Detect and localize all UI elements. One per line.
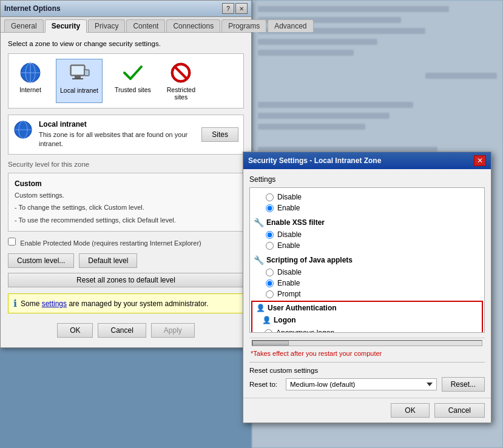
disable-label-1: Disable — [277, 193, 302, 201]
xss-filter-header: 🔧 Enable XSS filter — [254, 216, 481, 229]
security-ok-button[interactable]: OK — [391, 403, 429, 418]
java-enable-radio[interactable] — [266, 279, 274, 287]
effect-text: *Takes effect after you restart your com… — [249, 350, 485, 357]
java-scripting-label: Scripting of Java applets — [266, 256, 353, 264]
protected-mode-label: Enable Protected Mode (requires restarti… — [20, 239, 201, 247]
xss-enable-label: Enable — [277, 241, 300, 250]
close-button[interactable]: ✕ — [235, 3, 248, 14]
window-titlebar: Internet Options ? ✕ — [1, 1, 251, 17]
logon-options: Anonymous logon Automatic logon only in … — [252, 326, 482, 333]
security-settings-dialog: Security Settings - Local Intranet Zone … — [243, 152, 491, 423]
horizontal-scrollbar[interactable] — [249, 338, 485, 347]
svg-rect-6 — [75, 76, 81, 78]
security-dialog-content: Settings Disable Enable — [243, 169, 491, 398]
user-auth-label: User Authentication — [268, 304, 337, 312]
window-title: Internet Options — [4, 4, 61, 13]
globe-icon — [19, 61, 42, 84]
background: Internet Options ? ✕ General Security Pr… — [0, 0, 503, 448]
xss-icon: 🔧 — [254, 218, 264, 227]
reset-dropdown[interactable]: Medium-low (default) Low Medium-low Medi… — [286, 378, 437, 390]
tab-privacy[interactable]: Privacy — [88, 19, 125, 32]
zone-local-intranet-label: Local intranet — [60, 87, 98, 94]
enable-radio-1[interactable] — [266, 204, 274, 212]
svg-rect-5 — [72, 66, 84, 75]
trusted-sites-icon — [121, 61, 144, 84]
local-intranet-icon — [68, 62, 91, 85]
security-cancel-button[interactable]: Cancel — [434, 403, 485, 418]
setting-group-java: 🔧 Scripting of Java applets Disable Enab… — [250, 252, 484, 301]
anonymous-logon-label: Anonymous logon — [276, 329, 334, 333]
java-enable-label: Enable — [277, 279, 300, 287]
java-scripting-header: 🔧 Scripting of Java applets — [254, 253, 481, 267]
settings-list[interactable]: Disable Enable 🔧 Enable XSS filter — [249, 187, 485, 333]
xss-enable-option: Enable — [254, 240, 481, 251]
anonymous-logon-radio[interactable] — [265, 329, 272, 333]
zone-restricted-sites[interactable]: Restrictedsites — [163, 59, 199, 103]
reset-all-button[interactable]: Reset all zones to default level — [8, 273, 244, 287]
tab-general[interactable]: General — [4, 19, 44, 32]
settings-label: Settings — [249, 175, 485, 184]
security-level-name: Custom — [15, 179, 42, 188]
zone-trusted-sites[interactable]: Trusted sites — [111, 59, 155, 103]
java-icon: 🔧 — [254, 255, 264, 265]
security-dialog-buttons: OK Cancel — [243, 398, 491, 423]
divider — [249, 362, 485, 363]
xss-disable-radio[interactable] — [266, 231, 274, 239]
info-bar: ℹ Some settings are managed by your syst… — [8, 293, 244, 313]
reset-button[interactable]: Reset... — [442, 377, 485, 392]
security-dialog-title: Security Settings - Local Intranet Zone — [248, 156, 381, 165]
tab-programs[interactable]: Programs — [221, 19, 266, 32]
protected-mode-checkbox[interactable] — [8, 238, 16, 246]
zone-restricted-sites-label: Restrictedsites — [167, 86, 195, 101]
java-disable-option: Disable — [254, 267, 481, 278]
tab-content[interactable]: Content — [126, 19, 165, 32]
logon-header: 👤 Logon — [252, 314, 482, 326]
hscroll-track[interactable] — [252, 340, 482, 346]
zone-desc-title: Local intranet — [39, 120, 195, 129]
security-dialog-close[interactable]: ✕ — [474, 155, 486, 166]
cancel-button[interactable]: Cancel — [98, 323, 146, 338]
reset-custom-settings: Reset custom settings Reset to: Medium-l… — [249, 366, 485, 392]
xss-disable-label: Disable — [277, 230, 302, 239]
zone-select-label: Select a zone to view or change security… — [8, 40, 244, 47]
security-level-desc3: - To use the recommended settings, click… — [15, 215, 237, 226]
zone-internet[interactable]: Internet — [13, 59, 47, 103]
window-controls: ? ✕ — [222, 3, 248, 14]
hscroll-thumb[interactable] — [252, 341, 289, 346]
user-auth-header: 👤 User Authentication — [252, 302, 482, 314]
tab-connections[interactable]: Connections — [166, 19, 220, 32]
java-disable-radio[interactable] — [266, 269, 274, 276]
java-prompt-radio[interactable] — [266, 290, 274, 298]
zone-icons: Internet Local intranet — [8, 53, 244, 109]
zone-description-box: Local intranet This zone is for all webs… — [8, 115, 244, 155]
zone-local-intranet[interactable]: Local intranet — [56, 59, 103, 103]
custom-level-button[interactable]: Custom level... — [8, 253, 74, 268]
sites-button[interactable]: Sites — [201, 127, 238, 142]
xss-enable-radio[interactable] — [266, 242, 274, 250]
java-prompt-label: Prompt — [277, 290, 301, 298]
settings-link[interactable]: settings — [42, 299, 67, 308]
svg-rect-9 — [85, 70, 89, 75]
tab-advanced[interactable]: Advanced — [268, 19, 313, 32]
user-auth-section: 👤 User Authentication 👤 Logon Anonymous … — [251, 301, 483, 333]
tab-bar: General Security Privacy Content Connect… — [1, 17, 251, 33]
internet-options-window: Internet Options ? ✕ General Security Pr… — [0, 0, 252, 348]
help-button[interactable]: ? — [222, 3, 234, 14]
reset-section-label: Reset custom settings — [249, 367, 318, 374]
zone-desc-paragraph: This zone is for all websites that are f… — [39, 130, 195, 149]
default-level-button[interactable]: Default level — [79, 253, 137, 268]
disable-radio-1[interactable] — [266, 193, 274, 201]
security-level-section-title: Security level for this zone — [8, 161, 244, 168]
anonymous-logon-option: Anonymous logon — [252, 327, 482, 333]
java-disable-label: Disable — [277, 268, 302, 276]
io-dialog-buttons: OK Cancel Apply — [8, 319, 244, 340]
apply-button[interactable]: Apply — [151, 323, 195, 338]
info-icon: ℹ — [13, 298, 17, 309]
security-level-desc1: Custom settings. — [15, 190, 237, 201]
enable-option-1: Enable — [254, 202, 481, 213]
java-enable-option: Enable — [254, 278, 481, 289]
ok-button[interactable]: OK — [57, 323, 93, 338]
tab-security[interactable]: Security — [45, 19, 87, 33]
reset-row: Reset to: Medium-low (default) Low Mediu… — [249, 377, 485, 392]
xss-disable-option: Disable — [254, 229, 481, 240]
